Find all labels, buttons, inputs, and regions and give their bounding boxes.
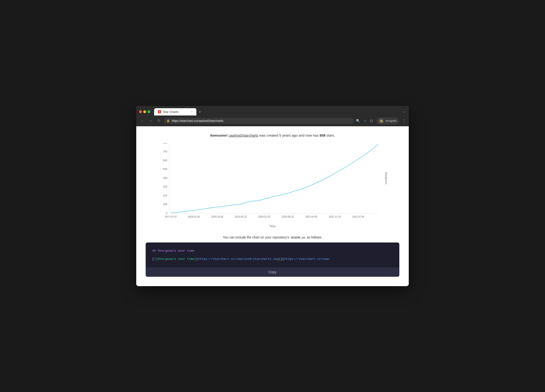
- more-options-icon[interactable]: ⋮: [403, 119, 406, 123]
- extensions-icon[interactable]: ⊡: [370, 119, 373, 123]
- svg-text:538: 538: [163, 168, 167, 170]
- reload-button[interactable]: ↻: [156, 118, 162, 124]
- svg-text:2020-01-05: 2020-01-05: [258, 216, 270, 218]
- svg-text:430: 430: [163, 176, 167, 179]
- awesome-text: Awesome!: [210, 133, 228, 137]
- chart-svg-wrapper: 0 108 215 323 430 538 645 753 860 2017-0…: [146, 143, 399, 224]
- incognito-icon: 🕵: [379, 118, 384, 123]
- page-content: Awesome! caarlos0/starcharts was created…: [136, 126, 409, 286]
- tabs-bar: ★ Star Charts × +: [154, 108, 401, 115]
- star-count: 858: [320, 133, 325, 137]
- incognito-badge[interactable]: 🕵 Incognito: [376, 117, 399, 124]
- active-tab[interactable]: ★ Star Charts ×: [154, 108, 196, 115]
- intro-paragraph: Awesome! caarlos0/starcharts was created…: [146, 133, 399, 137]
- svg-text:323: 323: [163, 185, 167, 188]
- tab-title: Star Charts: [163, 110, 179, 114]
- bookmark-icon[interactable]: ☆: [364, 119, 367, 123]
- svg-text:215: 215: [163, 194, 167, 197]
- address-bar[interactable]: 🔒 https://starchart.cc/caarlos0/starchar…: [164, 118, 354, 124]
- browser-chrome: ★ Star Charts × + ⌄ ← → ↻ 🔒 https://star…: [136, 106, 409, 126]
- forward-button[interactable]: →: [148, 118, 154, 124]
- new-tab-button[interactable]: +: [196, 109, 203, 115]
- incognito-label: Incognito: [385, 119, 397, 122]
- search-icon[interactable]: 🔍: [356, 119, 360, 123]
- svg-text:2018-02-20: 2018-02-20: [188, 216, 200, 218]
- svg-text:2019-05-22: 2019-05-22: [235, 216, 247, 218]
- svg-text:2017-07-07: 2017-07-07: [165, 216, 177, 218]
- embed-section: You can include the chart on your reposi…: [146, 235, 399, 277]
- address-text: https://starchart.cc/caarlos0/starcharts: [172, 119, 223, 122]
- svg-text:645: 645: [163, 159, 167, 162]
- chart-area: 0 108 215 323 430 538 645 753 860 2017-0…: [146, 143, 399, 224]
- traffic-lights: [139, 110, 150, 113]
- browser-window: ★ Star Charts × + ⌄ ← → ↻ 🔒 https://star…: [136, 106, 409, 286]
- code-content: ## Stargazers over time [![Stargazers ov…: [146, 242, 399, 268]
- back-button[interactable]: ←: [139, 118, 146, 124]
- x-axis-label: Time: [146, 225, 399, 228]
- svg-text:0: 0: [166, 212, 167, 215]
- svg-text:108: 108: [163, 203, 167, 206]
- code-link-text: [Stargazers over time]: [156, 257, 196, 261]
- copy-button[interactable]: Copy: [146, 267, 399, 277]
- code-block: ## Stargazers over time [![Stargazers ov…: [146, 242, 399, 277]
- lock-icon: 🔒: [167, 119, 170, 122]
- repo-link[interactable]: caarlos0/starcharts: [229, 133, 258, 137]
- svg-text:2018-10-06: 2018-10-06: [211, 216, 223, 218]
- svg-text:2021-11-19: 2021-11-19: [329, 216, 341, 218]
- tab-close-button[interactable]: ×: [191, 110, 193, 113]
- svg-text:753: 753: [163, 150, 167, 153]
- svg-text:2020-08-20: 2020-08-20: [282, 216, 294, 218]
- traffic-light-green[interactable]: [148, 110, 150, 113]
- chart-container: 0 108 215 323 430 538 645 753 860 2017-0…: [146, 143, 399, 228]
- star-chart-svg: 0 108 215 323 430 538 645 753 860 2017-0…: [146, 143, 399, 223]
- navigation-bar: ← → ↻ 🔒 https://starchart.cc/caarlos0/st…: [136, 115, 409, 126]
- traffic-light-yellow[interactable]: [143, 110, 146, 113]
- svg-text:2022-07-05: 2022-07-05: [352, 216, 364, 218]
- readme-code: README.md: [290, 236, 306, 239]
- svg-text:860: 860: [163, 143, 167, 144]
- tab-favicon: ★: [158, 110, 161, 113]
- nav-actions: 🔍 ☆ ⊡ 🕵 Incognito ⋮: [356, 117, 406, 124]
- code-line-3: [![Stargazers over time](https://starcha…: [152, 256, 393, 262]
- embed-intro-text: You can include the chart on your reposi…: [146, 235, 399, 239]
- svg-text:2021-04-05: 2021-04-05: [305, 216, 317, 218]
- code-link-url-1: https://starchart.cc/caarlos0/starcharts…: [198, 257, 279, 261]
- code-line-1: ## Stargazers over time: [152, 248, 393, 253]
- traffic-light-red[interactable]: [139, 110, 142, 113]
- title-bar: ★ Star Charts × + ⌄: [136, 106, 409, 115]
- svg-text:Stargazers: Stargazers: [385, 172, 388, 185]
- code-link-url-2: https://starchart.cc/caar: [284, 257, 330, 261]
- window-minimize-icon[interactable]: ⌄: [403, 109, 406, 114]
